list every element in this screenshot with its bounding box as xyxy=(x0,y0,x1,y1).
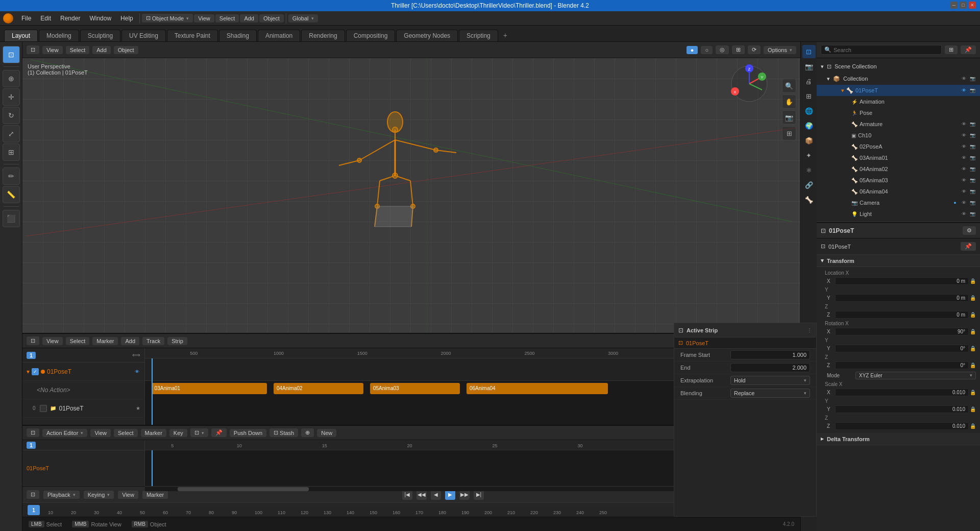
nla-strip-03anima01[interactable]: 03Anima01 xyxy=(152,383,267,394)
track-checkbox2[interactable] xyxy=(40,405,47,412)
tab-uv-editing[interactable]: UV Editing xyxy=(121,30,166,41)
keying-menu[interactable]: Keying ▾ xyxy=(84,491,114,499)
transform-header[interactable]: ▾ Transform xyxy=(817,255,980,267)
action-link-btn[interactable]: ⊕ xyxy=(301,428,314,437)
menu-render[interactable]: Render xyxy=(56,14,84,23)
nla-track-strips[interactable]: 0 📁 01PoseT ★ xyxy=(22,399,144,418)
action-scrollbar-thumb[interactable] xyxy=(178,487,309,491)
delta-transform-header[interactable]: ▸ Delta Transform xyxy=(817,433,980,445)
timeline-marker-menu[interactable]: Marker xyxy=(142,491,168,499)
add-cube-tool[interactable]: ⬛ xyxy=(3,210,20,227)
cam-render[interactable]: 📷 xyxy=(969,199,976,206)
action-pin-btn[interactable]: 📌 xyxy=(211,428,227,437)
rpanel-scene-icon[interactable]: ⊡ xyxy=(802,45,816,58)
nla-marker-menu[interactable]: Marker xyxy=(92,337,118,345)
extrapolation-dropdown[interactable]: Hold ▾ xyxy=(730,376,810,385)
view-ortho-tool[interactable]: ⊞ xyxy=(782,126,796,140)
nla-add-menu[interactable]: Add xyxy=(121,337,139,345)
scale-y-lock[interactable]: 🔒 xyxy=(970,406,976,412)
nla-select-menu[interactable]: Select xyxy=(66,337,90,345)
rotation-z-value[interactable]: 0° xyxy=(835,361,969,369)
tab-modeling[interactable]: Modeling xyxy=(39,30,79,41)
action-mode-selector[interactable]: Action Editor ▾ xyxy=(42,429,87,437)
a04-visibility[interactable]: 👁 xyxy=(960,165,967,173)
nla-strip-06anima04[interactable]: 06Anima04 xyxy=(467,383,608,394)
tab-compositing[interactable]: Compositing xyxy=(346,30,396,41)
collection-render[interactable]: 📷 xyxy=(969,75,976,82)
a03-render[interactable]: 📷 xyxy=(969,154,976,161)
tab-texture-paint[interactable]: Texture Paint xyxy=(167,30,218,41)
blending-dropdown[interactable]: Replace ▾ xyxy=(730,389,810,398)
light-render[interactable]: 📷 xyxy=(969,210,976,218)
action-editor-icon[interactable]: ⊡ xyxy=(27,428,39,437)
scale-y-value[interactable]: 0.010 xyxy=(835,405,969,413)
viewport-select-menu[interactable]: Select xyxy=(66,46,90,54)
obj-pin[interactable]: 📌 xyxy=(961,242,976,251)
scale-z-lock[interactable]: 🔒 xyxy=(970,423,976,429)
tab-shading[interactable]: Shading xyxy=(219,30,257,41)
select-tool[interactable]: ⊡ xyxy=(3,46,20,63)
tree-item-04anima02[interactable]: 🦴 04Anima02 👁 📷 xyxy=(817,163,980,175)
tab-rendering[interactable]: Rendering xyxy=(301,30,345,41)
zoom-tool[interactable]: 🔍 xyxy=(782,79,796,93)
view-menu[interactable]: View xyxy=(194,14,214,22)
rpanel-world-icon[interactable]: 🌍 xyxy=(802,119,816,132)
object-menu[interactable]: Object xyxy=(259,14,284,22)
action-key-menu[interactable]: Key xyxy=(169,429,187,437)
location-z-value[interactable]: 0 m xyxy=(835,311,969,319)
annotate-tool[interactable]: ✏ xyxy=(3,167,20,185)
maximize-button[interactable]: □ xyxy=(960,2,967,9)
tree-item-03anima01[interactable]: 🦴 03Anima01 👁 📷 xyxy=(817,152,980,163)
viewport-gizmo[interactable]: ⟳ xyxy=(748,45,761,54)
viewport-mode-icon[interactable]: ⊡ xyxy=(27,45,39,54)
tab-geometry-nodes[interactable]: Geometry Nodes xyxy=(396,30,458,41)
location-y-value[interactable]: 0 m xyxy=(835,294,969,302)
props-settings[interactable]: ⚙ xyxy=(963,226,976,235)
rpanel-scene2-icon[interactable]: 🌐 xyxy=(802,104,816,117)
rpanel-physics-icon[interactable]: ⚛ xyxy=(802,163,816,177)
rpanel-view-icon[interactable]: ⊞ xyxy=(802,89,816,103)
measure-tool[interactable]: 📏 xyxy=(3,186,20,203)
scale-x-value[interactable]: 0.010 xyxy=(835,389,969,396)
nla-view-menu[interactable]: View xyxy=(42,337,63,345)
menu-edit[interactable]: Edit xyxy=(36,14,55,23)
item-visibility[interactable]: 👁 xyxy=(960,87,967,94)
global-selector[interactable]: Global ▾ xyxy=(288,14,318,22)
a05-visibility[interactable]: 👁 xyxy=(960,177,967,184)
action-view-menu[interactable]: View xyxy=(90,429,111,437)
rot-x-lock[interactable]: 🔒 xyxy=(970,329,976,334)
tab-sculpting[interactable]: Sculpting xyxy=(80,30,120,41)
a03-visibility[interactable]: 👁 xyxy=(960,154,967,161)
props-pin-btn[interactable]: 📌 xyxy=(961,45,976,54)
rotation-mode-dropdown[interactable]: XYZ Euler ▾ xyxy=(855,372,976,379)
nla-track-no-action[interactable]: <No Action> xyxy=(22,381,144,399)
viewport-shading-material[interactable]: ○ xyxy=(701,46,713,54)
nla-strip-04anima02[interactable]: 04Anima02 xyxy=(274,383,363,394)
options-button[interactable]: Options ▾ xyxy=(764,46,796,54)
track-checkbox[interactable]: ✓ xyxy=(32,368,39,375)
a05-render[interactable]: 📷 xyxy=(969,177,976,184)
item-render[interactable]: 📷 xyxy=(969,87,976,94)
nla-strip-menu[interactable]: Strip xyxy=(167,337,187,345)
viewport-view-menu[interactable]: View xyxy=(42,46,63,54)
scale-tool[interactable]: ⤢ xyxy=(3,125,20,142)
tree-item-armature[interactable]: 🦴 Armature 👁 📷 xyxy=(817,118,980,130)
track-star-icon[interactable]: ★ xyxy=(136,405,140,411)
rpanel-output-icon[interactable]: 🖨 xyxy=(802,75,816,88)
viewport-add-menu[interactable]: Add xyxy=(92,46,111,54)
push-down-button[interactable]: Push Down xyxy=(230,429,266,437)
frame-start-val[interactable]: 1.000 xyxy=(730,350,810,359)
camera-tool[interactable]: 📷 xyxy=(782,110,796,125)
a06-visibility[interactable]: 👁 xyxy=(960,188,967,195)
collection-visibility[interactable]: 👁 xyxy=(960,75,967,82)
nla-track-menu[interactable]: Track xyxy=(142,337,164,345)
new-action-button[interactable]: New xyxy=(317,429,336,437)
pan-tool[interactable]: ✋ xyxy=(782,94,796,109)
ch10-render[interactable]: 📷 xyxy=(969,132,976,139)
scene-collection-header[interactable]: ▾ ⊡ Scene Collection xyxy=(817,60,980,73)
a04-render[interactable]: 📷 xyxy=(969,165,976,173)
frame-end-val[interactable]: 2.000 xyxy=(730,363,810,372)
stash-button[interactable]: ⊡ Stash xyxy=(270,428,298,437)
nla-strip-05anima03[interactable]: 05Anima03 xyxy=(370,383,460,394)
playback-menu[interactable]: Playback ▾ xyxy=(43,491,80,499)
